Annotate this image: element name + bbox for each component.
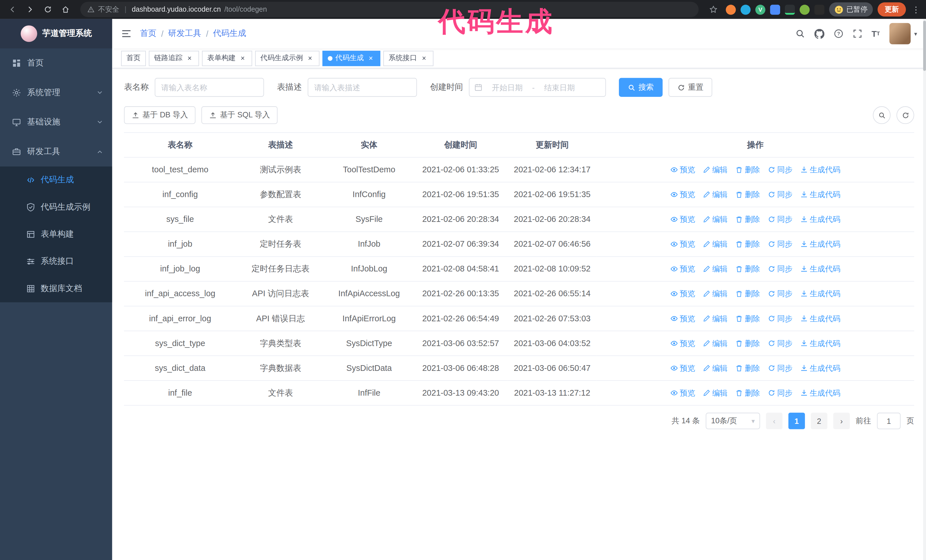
security-label[interactable]: 不安全 — [98, 5, 120, 15]
edit-link[interactable]: 编辑 — [703, 287, 728, 300]
date-end-input[interactable] — [536, 83, 583, 92]
close-tab-icon[interactable]: × — [306, 54, 314, 62]
import-sql-button[interactable]: 基于 SQL 导入 — [201, 106, 277, 124]
delete-link[interactable]: 删除 — [735, 387, 760, 399]
sync-link[interactable]: 同步 — [768, 213, 793, 226]
preview-link[interactable]: 预览 — [670, 387, 695, 399]
edit-link[interactable]: 编辑 — [703, 362, 728, 374]
preview-link[interactable]: 预览 — [670, 263, 695, 275]
preview-link[interactable]: 预览 — [670, 163, 695, 176]
font-size-icon[interactable]: TT — [872, 30, 880, 38]
generate-code-link[interactable]: 生成代码 — [800, 263, 841, 275]
generate-code-link[interactable]: 生成代码 — [800, 213, 841, 226]
delete-link[interactable]: 删除 — [735, 362, 760, 374]
page-button-1[interactable]: 1 — [788, 413, 805, 429]
edit-link[interactable]: 编辑 — [703, 188, 728, 201]
hamburger-icon[interactable] — [121, 28, 132, 39]
next-page-button[interactable]: › — [834, 413, 850, 429]
profile-paused-badge[interactable]: 已暂停 — [829, 2, 873, 17]
sidebar-item-infra[interactable]: 基础设施 — [0, 107, 112, 137]
table-name-input[interactable] — [155, 78, 264, 97]
extension-vue-icon[interactable]: V — [755, 5, 765, 15]
close-tab-icon[interactable]: × — [420, 54, 428, 62]
search-button[interactable]: 搜索 — [619, 78, 663, 97]
delete-link[interactable]: 删除 — [735, 263, 760, 275]
preview-link[interactable]: 预览 — [670, 362, 695, 374]
sync-link[interactable]: 同步 — [768, 362, 793, 374]
sidebar-item-form-builder[interactable]: 表单构建 — [0, 221, 112, 248]
browser-back-button[interactable] — [5, 2, 20, 17]
breadcrumb-home[interactable]: 首页 — [140, 28, 156, 39]
user-menu[interactable]: ▾ — [889, 23, 917, 44]
tab-codegen[interactable]: 代码生成× — [322, 50, 380, 66]
sync-link[interactable]: 同步 — [768, 312, 793, 325]
help-icon[interactable]: ? — [834, 29, 843, 38]
reset-button[interactable]: 重置 — [669, 78, 712, 97]
extension-drop-icon[interactable] — [740, 5, 750, 15]
toggle-search-button[interactable] — [873, 106, 890, 124]
delete-link[interactable]: 删除 — [735, 238, 760, 251]
edit-link[interactable]: 编辑 — [703, 337, 728, 350]
sync-link[interactable]: 同步 — [768, 263, 793, 275]
preview-link[interactable]: 预览 — [670, 312, 695, 325]
page-size-select[interactable]: 10条/页 ▾ — [706, 413, 760, 429]
delete-link[interactable]: 删除 — [735, 163, 760, 176]
delete-link[interactable]: 删除 — [735, 213, 760, 226]
extension-people-icon[interactable] — [770, 5, 780, 15]
bookmark-star-icon[interactable] — [706, 2, 721, 17]
scrollbar-thumb[interactable] — [923, 21, 926, 71]
url-bar[interactable]: 不安全 | dashboard.yudao.iocoder.cn/tool/co… — [80, 2, 699, 17]
tab-codegen-example[interactable]: 代码生成示例× — [255, 50, 319, 66]
preview-link[interactable]: 预览 — [670, 287, 695, 300]
preview-link[interactable]: 预览 — [670, 337, 695, 350]
browser-forward-button[interactable] — [23, 2, 38, 17]
tab-form-builder[interactable]: 表单构建× — [202, 50, 252, 66]
delete-link[interactable]: 删除 — [735, 337, 760, 350]
sidebar-item-api[interactable]: 系统接口 — [0, 248, 112, 275]
browser-update-button[interactable]: 更新 — [878, 2, 906, 17]
extensions-puzzle-icon[interactable] — [814, 5, 824, 15]
generate-code-link[interactable]: 生成代码 — [800, 287, 841, 300]
generate-code-link[interactable]: 生成代码 — [800, 188, 841, 201]
edit-link[interactable]: 编辑 — [703, 263, 728, 275]
search-icon[interactable] — [796, 29, 805, 38]
generate-code-link[interactable]: 生成代码 — [800, 362, 841, 374]
sidebar-item-system[interactable]: 系统管理 — [0, 78, 112, 108]
browser-home-button[interactable] — [58, 2, 73, 17]
close-tab-icon[interactable]: × — [239, 54, 247, 62]
sidebar-item-home[interactable]: 首页 — [0, 48, 112, 78]
preview-link[interactable]: 预览 — [670, 188, 695, 201]
import-db-button[interactable]: 基于 DB 导入 — [124, 106, 195, 124]
edit-link[interactable]: 编辑 — [703, 213, 728, 226]
date-range-picker[interactable]: - — [469, 78, 606, 97]
generate-code-link[interactable]: 生成代码 — [800, 163, 841, 176]
preview-link[interactable]: 预览 — [670, 213, 695, 226]
sidebar-item-codegen[interactable]: 代码生成 — [0, 167, 112, 194]
generate-code-link[interactable]: 生成代码 — [800, 337, 841, 350]
extension-lighthouse-icon[interactable] — [726, 5, 736, 15]
tab-trace[interactable]: 链路追踪× — [149, 50, 199, 66]
tab-home[interactable]: 首页 — [121, 50, 146, 66]
page-button-2[interactable]: 2 — [811, 413, 828, 429]
breadcrumb-devtools[interactable]: 研发工具 — [168, 28, 201, 39]
tab-api[interactable]: 系统接口× — [383, 50, 433, 66]
goto-page-input[interactable] — [877, 413, 901, 429]
sync-link[interactable]: 同步 — [768, 387, 793, 399]
fullscreen-icon[interactable] — [853, 29, 862, 38]
generate-code-link[interactable]: 生成代码 — [800, 238, 841, 251]
date-start-input[interactable] — [484, 83, 531, 92]
sidebar-item-db-doc[interactable]: 数据库文档 — [0, 275, 112, 302]
delete-link[interactable]: 删除 — [735, 287, 760, 300]
edit-link[interactable]: 编辑 — [703, 312, 728, 325]
browser-refresh-button[interactable] — [40, 2, 56, 17]
delete-link[interactable]: 删除 — [735, 188, 760, 201]
sync-link[interactable]: 同步 — [768, 337, 793, 350]
github-icon[interactable] — [814, 29, 824, 39]
preview-link[interactable]: 预览 — [670, 238, 695, 251]
sync-link[interactable]: 同步 — [768, 188, 793, 201]
edit-link[interactable]: 编辑 — [703, 238, 728, 251]
extension-dev-icon[interactable] — [785, 5, 795, 15]
browser-menu-icon[interactable]: ⋮ — [911, 5, 921, 14]
sidebar-item-devtools[interactable]: 研发工具 — [0, 137, 112, 167]
sync-link[interactable]: 同步 — [768, 287, 793, 300]
